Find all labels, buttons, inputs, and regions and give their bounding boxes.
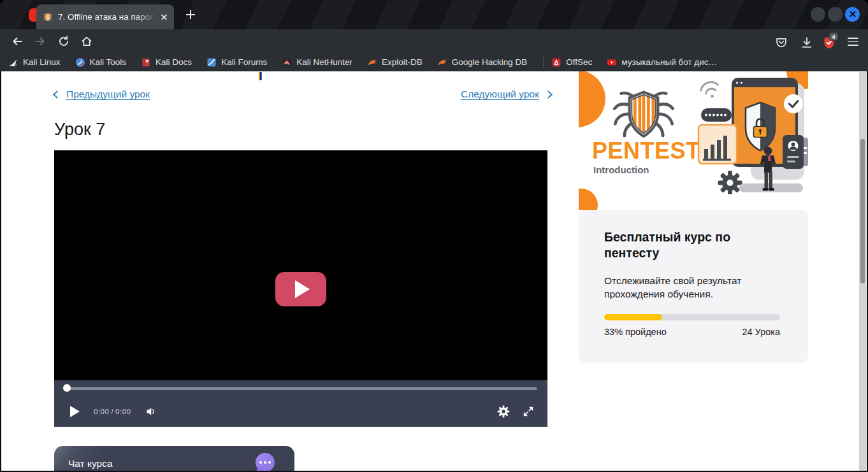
chevron-right-icon: [544, 90, 553, 99]
reload-icon[interactable]: [57, 35, 70, 48]
youtube-icon: [607, 57, 617, 68]
big-play-button[interactable]: [275, 272, 326, 306]
video-controls-bar: 0:00/0:00: [54, 380, 547, 427]
bookmark-google-hacking-db[interactable]: Google Hacking DB: [437, 57, 528, 68]
adblock-extension-button[interactable]: 4: [823, 36, 835, 49]
minimize-button[interactable]: [811, 7, 825, 22]
play-icon[interactable]: [70, 406, 80, 417]
scrollbar-thumb[interactable]: [860, 139, 865, 283]
menu-icon[interactable]: [848, 38, 858, 46]
brand-title: PENTEST: [592, 138, 700, 164]
codeby-favicon-icon: [43, 12, 53, 22]
chat-title: Чат курса: [68, 458, 113, 469]
progress-fill: [604, 314, 662, 320]
volume-icon[interactable]: [145, 406, 157, 417]
new-tab-button[interactable]: [184, 8, 198, 22]
tab-title: 7. Offline атака на пароли: [58, 12, 158, 22]
bookmark-kali-forums[interactable]: Kali Forums: [206, 57, 267, 68]
kali-nethunter-icon: [282, 57, 292, 68]
chat-bubble-icon[interactable]: [256, 453, 275, 471]
fullscreen-icon[interactable]: [523, 406, 534, 417]
kali-tools-icon: [75, 57, 85, 68]
forward-icon[interactable]: [34, 35, 47, 48]
lessons-count-label: 24 Урока: [742, 327, 780, 337]
offsec-icon: [551, 57, 561, 68]
back-icon[interactable]: [11, 35, 24, 48]
course-progress-card: Бесплатный курс по пентесту Отслеживайте…: [579, 210, 808, 363]
kali-forums-icon: [206, 57, 217, 68]
browser-window: 7. Offline атака на пароли https://codeb…: [0, 0, 868, 472]
time-display: 0:00/0:00: [94, 408, 133, 415]
download-icon[interactable]: [800, 36, 813, 49]
course-card-title: Бесплатный курс по пентесту: [604, 229, 763, 261]
exploit-db-bird-icon: [367, 57, 377, 68]
google-hacking-db-bird-icon: [437, 57, 447, 68]
bookmark-music-bot[interactable]: музыкальный бот дис…: [607, 57, 717, 68]
seek-handle[interactable]: [63, 384, 71, 392]
bookmark-kali-tools[interactable]: Kali Tools: [75, 57, 127, 68]
home-icon[interactable]: [80, 35, 93, 48]
lesson-title: Урок 7: [54, 120, 105, 139]
window-controls: [811, 7, 860, 22]
pocket-icon[interactable]: [775, 36, 788, 49]
seek-bar[interactable]: [66, 387, 537, 390]
pentest-illustration: [697, 73, 808, 194]
clipped-logo-fragment: [259, 72, 262, 80]
navigation-toolbar: https://codeby.school/training/view/urok…: [0, 29, 868, 54]
next-lesson-link[interactable]: Следующий урок: [461, 89, 551, 100]
tab-close-button[interactable]: [158, 11, 170, 23]
extension-badge: 4: [829, 32, 838, 41]
page-scrollbar[interactable]: [859, 72, 866, 471]
course-card-description: Отслеживайте свой результат прохождения …: [604, 274, 754, 301]
bookmark-kali-nethunter[interactable]: Kali NetHunter: [282, 57, 352, 68]
bookmark-kali-docs[interactable]: Kali Docs: [141, 57, 192, 68]
page-content: Предыдущий урок Следующий урок Урок 7 0:…: [1, 71, 867, 471]
settings-gear-icon[interactable]: [497, 405, 510, 418]
course-banner: PENTEST Introduction: [579, 71, 808, 210]
kali-dragon-icon: [8, 57, 18, 68]
pentest-spider-logo: [611, 88, 677, 141]
orange-blob: [579, 71, 605, 127]
titlebar: 7. Offline атака на пароли: [0, 0, 868, 29]
bookmark-offsec[interactable]: OffSec: [551, 57, 592, 68]
bookmark-kali-linux[interactable]: Kali Linux: [8, 57, 61, 68]
orange-blob: [579, 189, 598, 210]
bookmarks-toolbar: Kali Linux Kali Tools Kali Docs Kali For…: [0, 54, 868, 71]
previous-lesson-link[interactable]: Предыдущий урок: [54, 89, 150, 100]
active-tab[interactable]: 7. Offline атака на пароли: [36, 4, 174, 29]
close-button[interactable]: [845, 7, 860, 22]
kali-docs-icon: [141, 57, 151, 68]
progress-percent-label: 33% пройдено: [604, 327, 667, 337]
brand-subtitle: Introduction: [593, 164, 649, 175]
chevron-left-icon: [53, 90, 61, 99]
progress-bar: [604, 314, 780, 320]
video-player[interactable]: 0:00/0:00: [54, 150, 547, 427]
bookmark-exploit-db[interactable]: Exploit-DB: [367, 57, 423, 68]
bookmarks-separator: [543, 57, 544, 68]
course-chat-card[interactable]: Чат курса: [54, 446, 294, 471]
maximize-button[interactable]: [828, 7, 843, 22]
